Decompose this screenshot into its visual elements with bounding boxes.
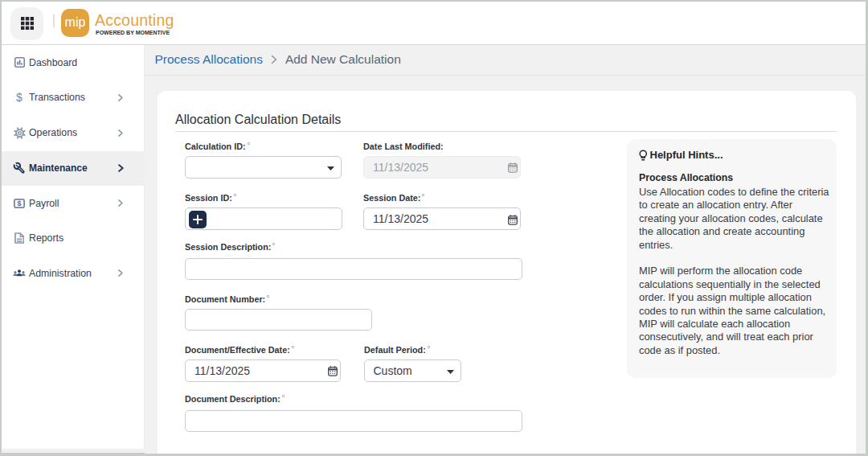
- svg-text:$: $: [17, 199, 21, 207]
